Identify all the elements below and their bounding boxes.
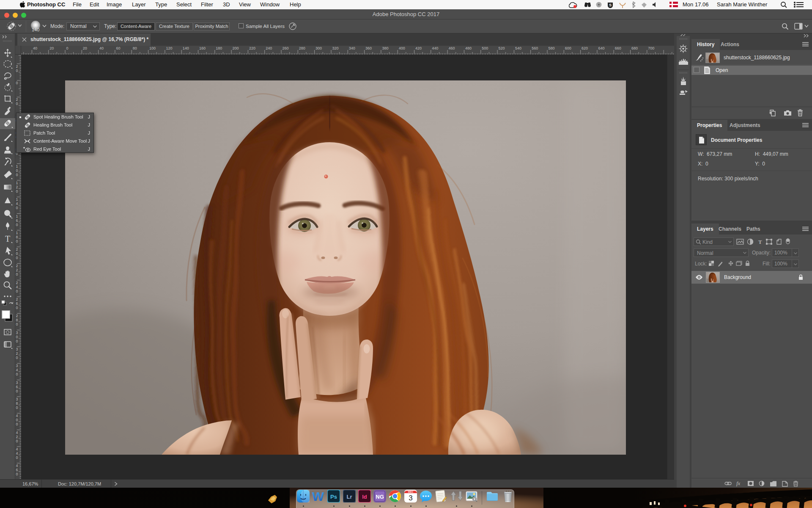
svg-text:220: 220: [249, 46, 255, 50]
svg-text:6: 6: [16, 468, 18, 472]
svg-text:0: 0: [16, 69, 18, 73]
svg-text:3: 3: [16, 331, 18, 335]
svg-text:540: 540: [515, 46, 521, 50]
svg-text:Id: Id: [362, 494, 367, 500]
svg-text:40: 40: [33, 46, 37, 50]
svg-text:380: 380: [382, 46, 388, 50]
svg-text:0: 0: [16, 389, 18, 393]
svg-text:6: 6: [16, 218, 18, 223]
svg-text:0: 0: [16, 206, 18, 210]
svg-text:660: 660: [615, 46, 621, 50]
svg-text:T: T: [758, 239, 762, 245]
svg-text:20: 20: [83, 46, 87, 50]
svg-text:0: 0: [16, 306, 18, 310]
svg-text:0: 0: [16, 335, 18, 339]
svg-text:40: 40: [99, 46, 104, 50]
svg-text:3: 3: [16, 364, 18, 368]
svg-text:160: 160: [199, 46, 206, 50]
svg-text:Lr: Lr: [347, 494, 352, 500]
svg-text:3: 3: [16, 347, 18, 351]
svg-text:0: 0: [16, 356, 18, 360]
svg-text:4: 4: [16, 202, 18, 206]
svg-text:1: 1: [16, 164, 18, 168]
svg-text:140: 140: [183, 46, 189, 50]
svg-text:580: 580: [549, 46, 555, 50]
svg-text:1: 1: [16, 181, 18, 185]
svg-text:0: 0: [16, 289, 18, 293]
svg-text:fx: fx: [736, 480, 741, 486]
svg-text:2: 2: [16, 314, 18, 318]
svg-text:120: 120: [166, 46, 172, 50]
svg-text:2: 2: [16, 351, 18, 356]
svg-text:0: 0: [16, 422, 18, 426]
svg-text:0: 0: [16, 406, 18, 410]
svg-text:360: 360: [365, 46, 372, 50]
svg-text:S: S: [609, 3, 612, 7]
svg-text:0: 0: [16, 339, 18, 343]
svg-text:4: 4: [16, 285, 18, 289]
svg-text:3: 3: [16, 397, 18, 401]
svg-text:2: 2: [16, 297, 18, 301]
svg-text:440: 440: [432, 46, 438, 50]
svg-text:0: 0: [16, 472, 18, 476]
svg-text:4: 4: [16, 447, 18, 451]
svg-text:0: 0: [16, 418, 18, 422]
svg-text:2: 2: [16, 185, 18, 189]
svg-text:4: 4: [16, 414, 18, 418]
svg-text:620: 620: [582, 46, 588, 50]
svg-text:320: 320: [332, 46, 339, 50]
svg-text:0: 0: [16, 223, 18, 227]
svg-text:520: 520: [499, 46, 505, 50]
svg-text:4: 4: [16, 451, 18, 456]
svg-text:DEC: DEC: [408, 491, 414, 493]
svg-text:3: 3: [409, 494, 412, 502]
svg-text:60: 60: [116, 46, 120, 50]
svg-text:Ps: Ps: [330, 494, 337, 500]
svg-text:340: 340: [349, 46, 355, 50]
svg-text:6: 6: [16, 301, 18, 306]
svg-text:600: 600: [565, 46, 571, 50]
svg-text:0: 0: [16, 322, 18, 326]
svg-text:2: 2: [16, 281, 18, 285]
svg-text:0: 0: [66, 46, 69, 50]
svg-text:0: 0: [16, 272, 18, 276]
svg-text:700: 700: [648, 46, 654, 50]
svg-text:680: 680: [631, 46, 638, 50]
svg-text:100: 100: [149, 46, 156, 50]
svg-text:8: 8: [16, 235, 18, 239]
svg-text:0: 0: [16, 102, 18, 106]
svg-text:0: 0: [16, 239, 18, 243]
svg-text:200: 200: [233, 46, 239, 50]
svg-text:260: 260: [283, 46, 289, 50]
svg-text:4: 4: [16, 431, 18, 435]
svg-text:280: 280: [299, 46, 305, 50]
svg-text:0: 0: [16, 372, 18, 376]
svg-text:8: 8: [16, 318, 18, 322]
svg-text:80: 80: [133, 46, 137, 50]
svg-text:480: 480: [465, 46, 472, 50]
svg-text:0: 0: [16, 251, 18, 256]
svg-text:2: 2: [16, 264, 18, 268]
svg-text:240: 240: [266, 46, 272, 50]
svg-text:180: 180: [216, 46, 222, 50]
svg-text:420: 420: [415, 46, 422, 50]
svg-text:2: 2: [16, 247, 18, 251]
svg-text:0: 0: [16, 189, 18, 193]
svg-text:400: 400: [399, 46, 405, 50]
svg-text:300: 300: [315, 46, 322, 50]
svg-text:4: 4: [16, 464, 18, 468]
svg-text:0: 0: [16, 456, 18, 460]
svg-text:0: 0: [16, 168, 18, 173]
svg-text:640: 640: [598, 46, 604, 50]
svg-text:1: 1: [16, 197, 18, 202]
svg-text:3: 3: [16, 381, 18, 385]
svg-text:W: W: [312, 490, 324, 502]
svg-text:NG: NG: [376, 494, 384, 500]
svg-text:0: 0: [16, 256, 18, 260]
svg-text:1: 1: [16, 214, 18, 218]
svg-text:2: 2: [16, 97, 18, 102]
svg-text:0: 0: [16, 439, 18, 443]
svg-text:6: 6: [16, 385, 18, 389]
svg-text:0: 0: [16, 81, 18, 85]
svg-text:4: 4: [16, 368, 18, 372]
